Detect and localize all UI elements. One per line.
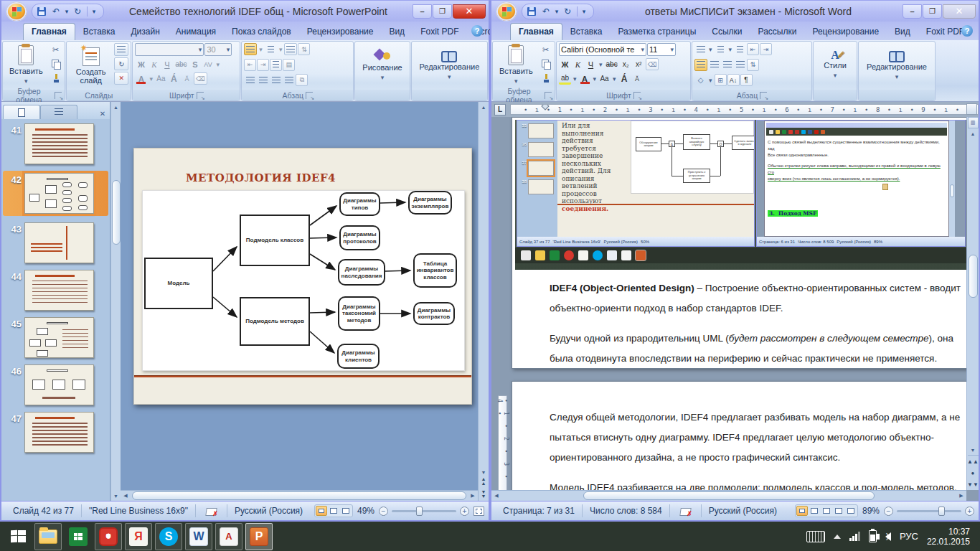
- diagram-node-types[interactable]: Диаграммы типов: [339, 192, 380, 216]
- theme-name[interactable]: "Red Line Business 16x9": [82, 504, 196, 517]
- new-slide-button[interactable]: Создать слайд: [69, 43, 113, 88]
- dialog-launcher-icon[interactable]: [306, 92, 313, 99]
- ppt-tab-view[interactable]: Вид: [381, 24, 413, 40]
- grow-font-button[interactable]: А́: [618, 72, 631, 85]
- clear-formatting-button[interactable]: ⌫: [646, 58, 659, 70]
- scroll-right-icon[interactable]: ▶: [956, 493, 966, 499]
- scroll-left-icon[interactable]: ◀: [121, 493, 131, 499]
- help-icon[interactable]: [471, 25, 483, 37]
- taskbar-opera[interactable]: [95, 523, 122, 550]
- slide-horizontal-scrollbar[interactable]: ◀ ▶: [121, 490, 478, 501]
- word-tab-view[interactable]: Вид: [887, 24, 918, 40]
- align-left-button[interactable]: [244, 74, 256, 86]
- page-indicator[interactable]: Страница: 7 из 31: [496, 504, 583, 517]
- scroll-right-icon[interactable]: ▶: [468, 493, 478, 499]
- ppt-tab-review[interactable]: Рецензирование: [299, 24, 382, 40]
- dialog-launcher-icon[interactable]: [760, 92, 767, 99]
- horizontal-ruler[interactable]: ∙ ı ∙ 1 ∙ ı ∙ 2 ∙ ı ∙ 3 ∙ ı ∙ 4 ∙ ı ∙ 5 …: [510, 104, 979, 115]
- italic-button[interactable]: K: [572, 58, 584, 70]
- word-scrollbar[interactable]: ▥ ▲ ▼ ▲▲ ● ▼▼: [966, 117, 979, 490]
- italic-button[interactable]: K: [148, 58, 160, 70]
- dialog-launcher-icon[interactable]: [55, 92, 62, 99]
- decrease-indent-button[interactable]: ⇤: [244, 59, 256, 71]
- word-horizontal-scrollbar[interactable]: ◀ ▶: [491, 490, 966, 501]
- show-hidden-icons[interactable]: [834, 534, 841, 539]
- diagram-node-instances[interactable]: Диаграммы экземпляров: [408, 191, 452, 215]
- minimize-button[interactable]: [413, 4, 432, 19]
- language-indicator[interactable]: Русский (Россия): [227, 504, 310, 517]
- change-case-dropdown[interactable]: [611, 72, 618, 85]
- underline-button[interactable]: Ч: [161, 58, 173, 70]
- zoom-slider-knob[interactable]: [938, 507, 945, 516]
- spacing-dropdown[interactable]: [215, 58, 222, 70]
- ppt-tab-insert[interactable]: Вставка: [75, 24, 123, 40]
- slide[interactable]: МЕТОДОЛОГИЯ IDEF4: [133, 148, 472, 405]
- ppt-tab-animation[interactable]: Анимация: [168, 24, 224, 40]
- taskbar-yandex[interactable]: Я: [125, 523, 152, 550]
- customize-qat-button[interactable]: [90, 5, 98, 17]
- spellcheck-status[interactable]: [670, 504, 702, 517]
- zoom-level[interactable]: 89%: [862, 506, 880, 516]
- cut-button[interactable]: [49, 43, 63, 56]
- customize-qat-button[interactable]: [580, 5, 588, 17]
- draft-view-button[interactable]: [845, 506, 857, 516]
- clock[interactable]: 10:37 22.01.2015: [927, 527, 970, 547]
- clear-formatting-button[interactable]: ⌫: [194, 72, 207, 85]
- format-painter-button[interactable]: [49, 72, 63, 85]
- underline-button[interactable]: Ч: [585, 58, 597, 70]
- font-name-combo[interactable]: [135, 43, 204, 56]
- office-button[interactable]: [496, 1, 517, 22]
- document-page[interactable]: Следуя общей методологии, IDEF4 предлага…: [512, 381, 966, 490]
- decrease-indent-button[interactable]: ⇤: [747, 43, 759, 55]
- font-color-dropdown[interactable]: [592, 72, 598, 85]
- editing-button[interactable]: Редактирование: [415, 43, 484, 88]
- styles-button[interactable]: A Стили: [819, 43, 851, 88]
- shrink-font-button[interactable]: А̌: [631, 72, 644, 85]
- align-center-button[interactable]: [257, 74, 269, 86]
- ppt-tab-foxit[interactable]: Foxit PDF: [413, 24, 466, 40]
- undo-button[interactable]: [50, 5, 62, 17]
- sort-button[interactable]: А↓: [727, 74, 740, 86]
- document-page[interactable]: 35 36 37 38 Или для выполнения действия …: [512, 117, 966, 369]
- taskbar-skype[interactable]: S: [155, 523, 182, 550]
- diagram-node-taxonomy[interactable]: Диаграммы таксономий методов: [338, 296, 380, 331]
- start-button[interactable]: [4, 522, 33, 551]
- align-center-button[interactable]: [708, 59, 720, 71]
- word-count[interactable]: Число слов: 8 584: [583, 504, 670, 517]
- close-button[interactable]: [943, 4, 976, 19]
- text-shadow-button[interactable]: S: [189, 58, 202, 70]
- previous-slide-button[interactable]: ▲ ▲: [481, 475, 486, 488]
- word-tab-page-layout[interactable]: Разметка страницы: [610, 24, 704, 40]
- change-case-button[interactable]: Aa: [155, 72, 167, 85]
- office-button[interactable]: [6, 1, 27, 22]
- bullets-button[interactable]: [694, 43, 707, 55]
- outline-tab[interactable]: [40, 105, 77, 119]
- align-right-button[interactable]: [270, 74, 282, 86]
- document-paragraphs[interactable]: IDEF4 (Object-Oriented Design) – Построе…: [550, 278, 964, 369]
- increase-indent-button[interactable]: ⇥: [257, 59, 269, 71]
- panel-close-icon[interactable]: [97, 108, 108, 119]
- maximize-button[interactable]: [923, 4, 942, 19]
- bullets-button[interactable]: [244, 43, 257, 55]
- bullets-dropdown[interactable]: [258, 43, 264, 55]
- paste-button[interactable]: Вставить: [495, 43, 537, 88]
- scroll-down-icon[interactable]: ▼: [968, 445, 979, 455]
- scrollbar-thumb[interactable]: [969, 255, 978, 298]
- spellcheck-status[interactable]: [196, 504, 227, 517]
- numbering-button[interactable]: [265, 43, 277, 55]
- ppt-titlebar[interactable]: Семейство технологий IDEF общ - Microsof…: [1, 1, 489, 22]
- word-tab-insert[interactable]: Вставка: [562, 24, 611, 40]
- smartart-convert-button[interactable]: ⧉: [296, 74, 308, 86]
- slide-indicator[interactable]: Слайд 42 из 77: [6, 504, 82, 517]
- language-indicator[interactable]: Русский (Россия): [702, 504, 784, 517]
- format-painter-button[interactable]: [539, 72, 553, 85]
- dialog-launcher-icon[interactable]: [633, 92, 641, 99]
- show-paragraph-marks-button[interactable]: ¶: [740, 74, 753, 86]
- align-left-button[interactable]: [694, 59, 707, 71]
- taskbar-acrobat[interactable]: A: [215, 523, 242, 550]
- increase-indent-button[interactable]: ⇥: [760, 43, 772, 55]
- underline-dropdown[interactable]: [598, 58, 604, 70]
- change-case-button[interactable]: Aa: [598, 72, 611, 85]
- copy-button[interactable]: [49, 57, 63, 70]
- slide-thumbnail[interactable]: 46: [4, 364, 108, 405]
